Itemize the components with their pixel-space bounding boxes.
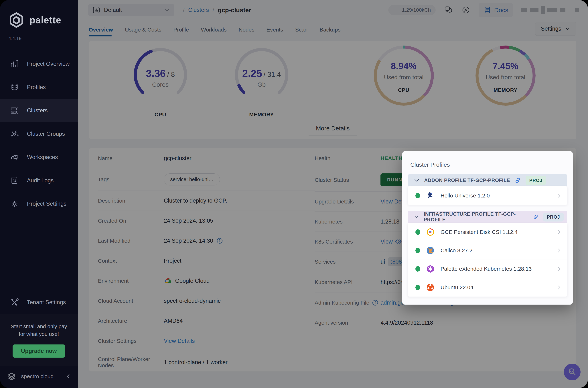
chevron-right-icon <box>556 229 562 235</box>
addon-profile-layers: Hello Universe 1.2.0 <box>408 186 567 205</box>
infra-profile-section-header[interactable]: INFRASTRUCTURE PROFILE TF-GCP-PROFILE PR… <box>408 211 567 223</box>
sidebar-item-tenant-settings[interactable]: Tenant Settings <box>0 291 78 314</box>
sidebar-bottom: Tenant Settings Start small and only pay… <box>0 291 78 388</box>
addon-profile-section-header[interactable]: ADDON PROFILE TF-GCP-PROFILE PROJ <box>408 174 567 186</box>
layer-name: GCE Persistent Disk CSI 1.12.4 <box>441 229 518 235</box>
chevron-down-icon <box>414 214 419 220</box>
link-icon <box>533 214 539 220</box>
workspaces-icon <box>10 153 19 162</box>
sidebar-nav: Project Overview Profiles Clusters <box>0 52 78 216</box>
sidebar-item-profiles[interactable]: Profiles <box>0 76 78 99</box>
gce-persistent-disk-icon <box>426 228 435 237</box>
sidebar-item-audit-logs[interactable]: Audit Logs <box>0 169 78 192</box>
spectro-cloud-logo-icon <box>7 371 17 381</box>
chevron-right-icon <box>556 266 562 272</box>
sidebar-item-project-overview[interactable]: Project Overview <box>0 52 78 76</box>
gear-icon <box>10 199 19 208</box>
layer-status-dot <box>415 266 420 272</box>
infra-profile-layers: GCE Persistent Disk CSI 1.12.4 Calico 3.… <box>408 223 567 296</box>
sidebar-item-label: Profiles <box>27 84 46 91</box>
sidebar-item-project-settings[interactable]: Project Settings <box>0 192 78 216</box>
upgrade-now-button[interactable]: Upgrade now <box>13 344 65 358</box>
tools-icon <box>10 298 19 307</box>
app-window: palette 4.4.19 Project Overview Profiles <box>0 0 588 388</box>
layer-status-dot <box>415 229 420 235</box>
sidebar-item-label: Project Settings <box>27 201 67 207</box>
layer-name: Calico 3.27.2 <box>441 247 472 254</box>
chevron-right-icon <box>556 285 562 290</box>
layer-name: Hello Universe 1.2.0 <box>441 193 490 199</box>
ubuntu-icon <box>426 283 435 292</box>
layer-row-gce-disk-csi[interactable]: GCE Persistent Disk CSI 1.12.4 <box>408 223 567 241</box>
palette-logo-icon <box>8 12 25 28</box>
sidebar-item-label: Tenant Settings <box>27 299 66 306</box>
cluster-profiles-panel: Cluster Profiles ADDON PROFILE TF-GCP-PR… <box>402 151 573 305</box>
sidebar-item-workspaces[interactable]: Workspaces <box>0 146 78 169</box>
hello-universe-icon <box>426 191 435 200</box>
brand-name: palette <box>29 15 61 25</box>
layer-name: Palette eXtended Kubernetes 1.28.13 <box>441 266 532 272</box>
layer-status-dot <box>415 193 420 198</box>
link-icon <box>515 177 521 183</box>
panel-title: Cluster Profiles <box>408 161 567 168</box>
collapse-sidebar-icon[interactable] <box>66 374 71 379</box>
chevron-right-icon <box>556 193 562 198</box>
cluster-groups-icon <box>10 129 19 138</box>
app-version: 4.4.19 <box>0 28 78 41</box>
scope-badge: PROJ <box>543 213 564 221</box>
sidebar-item-label: Project Overview <box>27 61 69 67</box>
brand-header: palette <box>0 0 78 28</box>
upgrade-promo: Start small and only pay for what you us… <box>0 314 78 365</box>
layer-status-dot <box>415 248 420 253</box>
palette-extended-kubernetes-icon <box>426 265 435 273</box>
layer-status-dot <box>415 285 420 290</box>
calico-icon <box>426 246 435 255</box>
layer-name: Ubuntu 22.04 <box>441 284 473 291</box>
audit-logs-icon <box>10 176 19 185</box>
addon-profile-name: ADDON PROFILE TF-GCP-PROFILE <box>424 178 510 183</box>
layer-row-palette-extended-kubernetes[interactable]: Palette eXtended Kubernetes 1.28.13 <box>408 260 567 278</box>
scope-badge: PROJ <box>525 176 546 185</box>
chevron-down-icon <box>414 178 419 183</box>
sidebar-footer: spectro cloud <box>0 365 78 388</box>
layers-stack-icon <box>10 83 19 92</box>
layer-row-hello-universe[interactable]: Hello Universe 1.2.0 <box>408 186 567 205</box>
sidebar-item-label: Workspaces <box>27 154 58 161</box>
sidebar: palette 4.4.19 Project Overview Profiles <box>0 0 78 388</box>
layer-row-ubuntu[interactable]: Ubuntu 22.04 <box>408 278 567 296</box>
bar-chart-icon <box>10 60 19 68</box>
sidebar-item-label: Clusters <box>27 107 48 114</box>
infra-profile-name: INFRASTRUCTURE PROFILE TF-GCP-PROFILE <box>424 211 528 223</box>
layer-row-calico[interactable]: Calico 3.27.2 <box>408 241 567 260</box>
content-area: Default / Clusters / gcp-cluster 1.29/10… <box>78 0 588 388</box>
clusters-icon <box>10 106 19 115</box>
sidebar-item-label: Audit Logs <box>27 177 54 184</box>
sidebar-item-cluster-groups[interactable]: Cluster Groups <box>0 122 78 146</box>
promo-text: Start small and only pay for what you us… <box>5 323 72 338</box>
sidebar-item-label: Cluster Groups <box>27 131 65 137</box>
footer-brand-name: spectro cloud <box>21 373 53 379</box>
sidebar-item-clusters[interactable]: Clusters <box>0 99 78 122</box>
chevron-right-icon <box>556 248 562 253</box>
